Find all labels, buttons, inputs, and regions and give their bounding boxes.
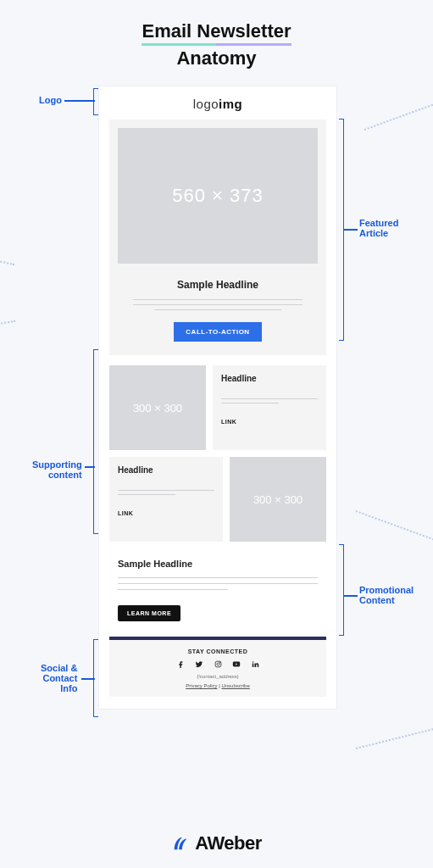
body-text-lines xyxy=(118,487,214,498)
decorative-dots xyxy=(0,320,15,342)
image-dimensions-label: 300 × 300 xyxy=(133,402,182,415)
svg-point-2 xyxy=(219,662,220,663)
title-line-1: Email Newsletter xyxy=(142,20,291,46)
image-dimensions-label: 300 × 300 xyxy=(253,493,303,506)
decorative-dots xyxy=(0,239,14,265)
page-title: Email Newsletter Anatomy xyxy=(0,0,433,70)
supporting-text-block: Headline LINK xyxy=(213,365,326,450)
social-icons-row xyxy=(109,659,326,668)
supporting-headline: Headline xyxy=(118,465,214,475)
supporting-image-placeholder: 300 × 300 xyxy=(109,365,206,450)
supporting-content-block: 300 × 300 Headline LINK Headline LINK xyxy=(109,365,326,542)
annotation-connector xyxy=(344,229,358,231)
instagram-icon[interactable] xyxy=(214,659,222,668)
twitter-icon[interactable] xyxy=(195,659,203,668)
facebook-icon[interactable] xyxy=(176,659,185,668)
footer-block: STAY CONNECTED {!contact_address} Privac… xyxy=(109,640,326,697)
cta-button[interactable]: CALL-TO-ACTION xyxy=(174,322,261,342)
supporting-text-block: Headline LINK xyxy=(109,457,223,542)
hero-dimensions-label: 560 × 373 xyxy=(172,185,263,207)
featured-headline: Sample Headline xyxy=(118,279,318,291)
decorative-dots xyxy=(356,510,433,555)
logo-row: logoimg xyxy=(99,86,336,120)
logo-text-light: logo xyxy=(193,97,219,111)
annotation-connector xyxy=(64,100,95,102)
body-text-lines xyxy=(221,395,318,407)
youtube-icon[interactable] xyxy=(232,659,241,668)
supporting-row-1: 300 × 300 Headline LINK xyxy=(109,365,326,450)
brand-name: AWeber xyxy=(195,832,262,854)
supporting-link[interactable]: LINK xyxy=(118,510,214,516)
supporting-image-placeholder: 300 × 300 xyxy=(230,457,326,542)
svg-point-1 xyxy=(217,663,219,665)
diagram-canvas: logoimg 560 × 373 Sample Headline CALL-T… xyxy=(0,70,433,832)
annotation-bracket xyxy=(93,349,98,534)
logo-text-bold: img xyxy=(219,97,242,111)
brand-footer: AWeber xyxy=(0,832,433,856)
annotation-bracket xyxy=(339,544,344,636)
annotation-bracket xyxy=(93,639,98,717)
annotation-bracket xyxy=(339,119,344,341)
privacy-policy-link[interactable]: Privacy Policy xyxy=(186,683,217,688)
email-mockup: logoimg 560 × 373 Sample Headline CALL-T… xyxy=(99,86,336,709)
annotation-promotional: Promotional Content xyxy=(359,585,414,605)
title-line-2: Anatomy xyxy=(0,47,433,70)
decorative-dots xyxy=(364,86,433,131)
supporting-link[interactable]: LINK xyxy=(221,419,318,425)
annotation-logo: Logo xyxy=(39,95,62,105)
supporting-row-2: Headline LINK 300 × 300 xyxy=(109,457,326,542)
footer-links: Privacy Policy | Unsubscribe xyxy=(109,683,326,688)
linkedin-icon[interactable] xyxy=(251,659,259,668)
annotation-featured: Featured Article xyxy=(359,218,398,238)
promotional-content-block: Sample Headline LEARN MORE xyxy=(109,548,326,633)
promo-headline: Sample Headline xyxy=(118,559,318,569)
annotation-social: Social & Contact Info xyxy=(41,663,77,693)
annotation-supporting: Supporting content xyxy=(32,459,82,480)
hero-image-placeholder: 560 × 373 xyxy=(118,128,318,264)
decorative-dots xyxy=(356,717,433,749)
stay-connected-label: STAY CONNECTED xyxy=(109,648,326,654)
contact-address: {!contact_address} xyxy=(109,674,326,679)
unsubscribe-link[interactable]: Unsubscribe xyxy=(221,683,249,688)
learn-more-button[interactable]: LEARN MORE xyxy=(118,605,180,621)
annotation-connector xyxy=(344,595,358,597)
body-text-lines xyxy=(118,577,318,590)
annotation-bracket xyxy=(93,88,98,115)
supporting-headline: Headline xyxy=(221,374,318,383)
aweber-logo-icon xyxy=(171,834,190,853)
body-text-lines xyxy=(118,299,318,310)
featured-article-block: 560 × 373 Sample Headline CALL-TO-ACTION xyxy=(109,120,326,355)
